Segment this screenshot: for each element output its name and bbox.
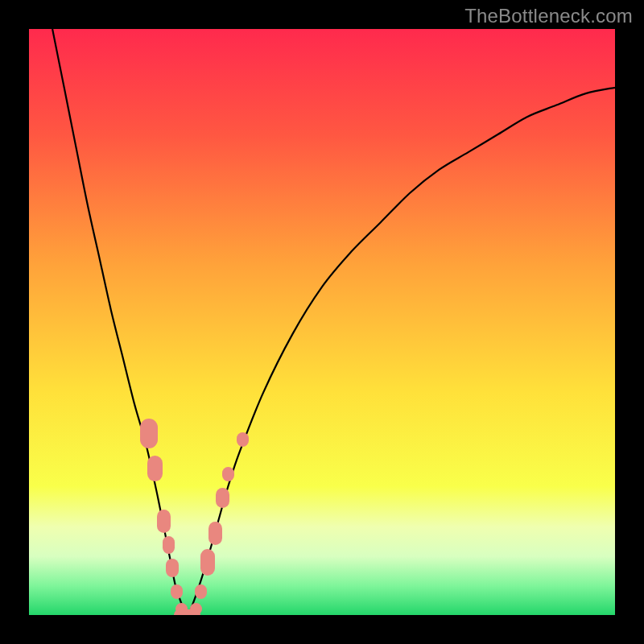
watermark-text: TheBottleneck.com	[464, 5, 633, 27]
data-marker	[190, 603, 202, 615]
data-marker	[147, 456, 162, 482]
data-marker	[222, 467, 234, 481]
data-marker	[163, 536, 175, 554]
data-marker	[140, 419, 158, 448]
data-marker	[208, 522, 222, 545]
chart-frame: TheBottleneck.com	[0, 0, 644, 644]
data-marker	[200, 549, 215, 576]
data-marker	[166, 559, 179, 577]
data-marker	[216, 488, 229, 508]
plot-area	[29, 29, 615, 615]
data-marker	[237, 432, 249, 447]
data-marker	[171, 584, 183, 599]
bottleneck-curve	[29, 29, 615, 615]
data-marker	[157, 510, 171, 533]
data-marker	[195, 584, 207, 599]
